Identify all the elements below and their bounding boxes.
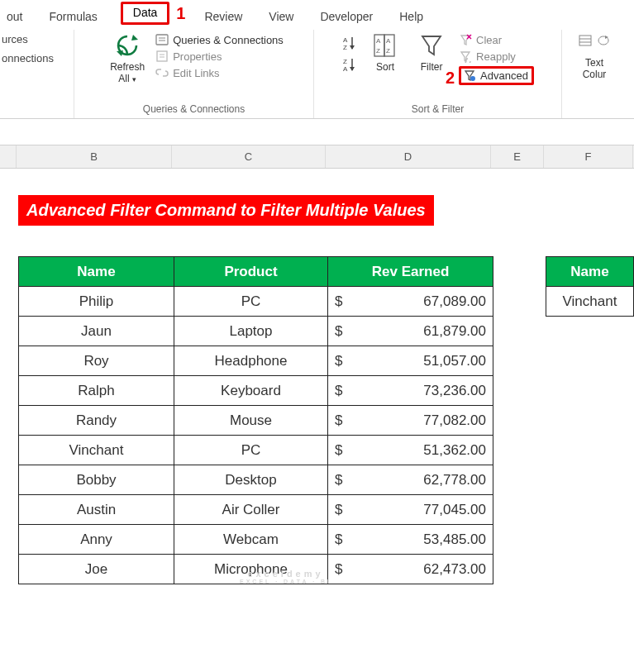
watermark-sub: EXCEL · DATA · BI bbox=[240, 579, 331, 585]
header-rev[interactable]: Rev Earned bbox=[328, 257, 493, 287]
tab-out[interactable]: out bbox=[3, 8, 26, 25]
cell-name[interactable]: Randy bbox=[19, 406, 174, 436]
table-row[interactable]: AnnyWebcam$53,485.00 bbox=[19, 525, 493, 555]
sort-asc-icon: AZ bbox=[341, 35, 358, 51]
table-row[interactable]: VinchantPC$51,362.00 bbox=[19, 436, 493, 465]
tab-help[interactable]: Help bbox=[396, 8, 427, 25]
clear-filter[interactable]: Clear bbox=[459, 33, 534, 46]
formula-bar[interactable] bbox=[0, 122, 634, 145]
cell-name[interactable]: Jaun bbox=[19, 317, 174, 346]
watermark-main: exceldemy bbox=[247, 569, 323, 579]
callout-2: 2 bbox=[446, 69, 455, 88]
advanced-filter[interactable]: 2 Advanced bbox=[459, 66, 534, 85]
cell-rev[interactable]: $73,236.00 bbox=[328, 376, 493, 406]
group-label-sortfilter: Sort & Filter bbox=[412, 103, 464, 117]
sort-icon: AZAZ bbox=[373, 31, 398, 60]
cell-name[interactable]: Austin bbox=[19, 495, 174, 525]
table-header-row: Name Product Rev Earned bbox=[19, 257, 493, 287]
ribbon-tab-strip: out Formulas Data 1 Review View Develope… bbox=[0, 0, 634, 28]
cell-rev[interactable]: $62,473.00 bbox=[328, 555, 493, 584]
cell-rev[interactable]: $77,045.00 bbox=[328, 495, 493, 525]
cell-name[interactable]: Philip bbox=[19, 287, 174, 317]
sort-desc-icon: ZA bbox=[341, 56, 358, 73]
tab-data-label: Data bbox=[133, 6, 158, 19]
funnel-icon bbox=[419, 31, 444, 60]
table-row[interactable]: RalphKeyboard$73,236.00 bbox=[19, 376, 493, 406]
col-header-F[interactable]: F bbox=[544, 145, 633, 168]
svg-marker-15 bbox=[350, 67, 355, 71]
title-banner: Advanced Filter Command to Filter Multip… bbox=[18, 195, 434, 226]
cell-name[interactable]: Roy bbox=[19, 346, 174, 376]
reapply-filter[interactable]: Reapply bbox=[459, 50, 534, 63]
cell-rev[interactable]: $61,879.00 bbox=[328, 317, 493, 346]
cell-rev[interactable]: $51,057.00 bbox=[328, 346, 493, 376]
edit-links-icon bbox=[155, 66, 169, 79]
cell-name[interactable]: Vinchant bbox=[19, 436, 174, 465]
filter-button[interactable]: Filter bbox=[412, 31, 450, 73]
table-row[interactable]: PhilipPC$67,089.00 bbox=[19, 287, 493, 317]
data-table: Name Product Rev Earned PhilipPC$67,089.… bbox=[18, 256, 493, 584]
cell-product[interactable]: PC bbox=[174, 436, 328, 465]
tab-formulas[interactable]: Formulas bbox=[45, 8, 100, 25]
worksheet-area[interactable]: Advanced Filter Command to Filter Multip… bbox=[0, 169, 634, 672]
cell-product[interactable]: Desktop bbox=[174, 465, 328, 495]
col-header-C[interactable]: C bbox=[172, 145, 326, 168]
callout-1: 1 bbox=[176, 4, 185, 23]
text-tools-icon-2[interactable] bbox=[597, 35, 610, 49]
criteria-header[interactable]: Name bbox=[546, 257, 634, 287]
queries-icon bbox=[155, 33, 169, 46]
cell-product[interactable]: Headphone bbox=[174, 346, 328, 376]
edit-links[interactable]: Edit Links bbox=[155, 66, 284, 79]
cell-name[interactable]: Bobby bbox=[19, 465, 174, 495]
existing-connections[interactable]: onnections bbox=[2, 52, 54, 64]
group-get-data: urces onnections bbox=[0, 30, 74, 118]
cell-product[interactable]: Laptop bbox=[174, 317, 328, 346]
tab-developer[interactable]: Developer bbox=[317, 8, 376, 25]
col-header-B[interactable]: B bbox=[17, 145, 172, 168]
cell-rev[interactable]: $53,485.00 bbox=[328, 525, 493, 555]
table-row[interactable]: RoyHeadphone$51,057.00 bbox=[19, 346, 493, 376]
sort-button[interactable]: AZAZ Sort bbox=[366, 31, 404, 73]
watermark: exceldemy EXCEL · DATA · BI bbox=[240, 569, 331, 585]
criteria-value[interactable]: Vinchant bbox=[546, 287, 634, 317]
svg-point-24 bbox=[470, 76, 475, 81]
cell-rev[interactable]: $51,362.00 bbox=[328, 436, 493, 465]
cell-rev[interactable]: $67,089.00 bbox=[328, 287, 493, 317]
cell-rev[interactable]: $62,778.00 bbox=[328, 465, 493, 495]
existing-sources[interactable]: urces bbox=[2, 33, 54, 45]
cell-product[interactable]: Keyboard bbox=[174, 376, 328, 406]
tab-data[interactable]: Data 1 bbox=[121, 2, 170, 25]
table-row[interactable]: AustinAir Coller$77,045.00 bbox=[19, 495, 493, 525]
cell-product[interactable]: Webcam bbox=[174, 525, 328, 555]
tab-review[interactable]: Review bbox=[201, 8, 245, 25]
sort-asc-button[interactable]: AZ bbox=[341, 35, 358, 51]
cell-rev[interactable]: $77,082.00 bbox=[328, 406, 493, 436]
cell-name[interactable]: Ralph bbox=[19, 376, 174, 406]
ribbon-body: urces onnections Refresh All ▾ Queries bbox=[0, 28, 634, 119]
clear-label: Clear bbox=[476, 34, 502, 46]
table-row[interactable]: BobbyDesktop$62,778.00 bbox=[19, 465, 493, 495]
properties[interactable]: Properties bbox=[155, 50, 284, 63]
table-row[interactable]: RandyMouse$77,082.00 bbox=[19, 406, 493, 436]
cell-name[interactable]: Joe bbox=[19, 555, 174, 584]
edit-links-label: Edit Links bbox=[173, 67, 219, 79]
sort-desc-button[interactable]: ZA bbox=[341, 56, 358, 73]
text-tools-icon-1[interactable] bbox=[579, 35, 592, 49]
cell-product[interactable]: PC bbox=[174, 287, 328, 317]
table-row[interactable]: JaunLaptop$61,879.00 bbox=[19, 317, 493, 346]
cell-product[interactable]: Air Coller bbox=[174, 495, 328, 525]
cell-name[interactable]: Anny bbox=[19, 525, 174, 555]
col-header-E[interactable]: E bbox=[491, 145, 544, 168]
col-header-D[interactable]: D bbox=[326, 145, 491, 168]
svg-text:Z: Z bbox=[343, 44, 347, 51]
header-name[interactable]: Name bbox=[19, 257, 174, 287]
reapply-label: Reapply bbox=[476, 50, 516, 63]
header-product[interactable]: Product bbox=[174, 257, 328, 287]
refresh-label-1: Refresh bbox=[110, 61, 145, 73]
cell-product[interactable]: Mouse bbox=[174, 406, 328, 436]
queries-and-connections[interactable]: Queries & Connections bbox=[155, 33, 284, 46]
tab-view[interactable]: View bbox=[265, 8, 297, 25]
text-to-columns-button[interactable]: Text Colur bbox=[574, 57, 615, 80]
refresh-all-button[interactable]: Refresh All ▾ bbox=[104, 31, 150, 84]
group-sort-filter: AZ ZA AZAZ Sort Filter Clear bbox=[314, 30, 562, 118]
